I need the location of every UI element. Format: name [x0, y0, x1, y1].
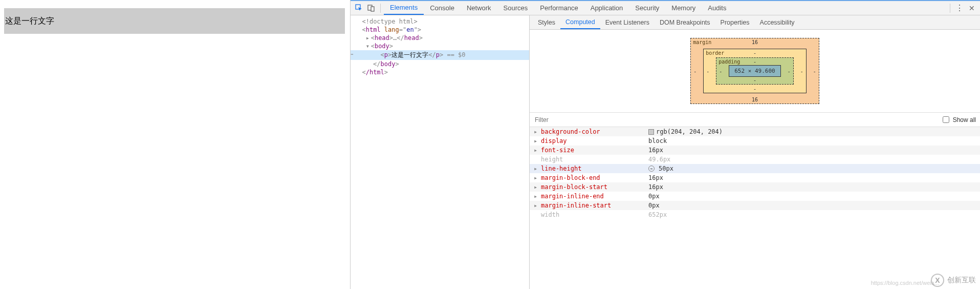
side-tab-event-listeners[interactable]: Event Listeners	[600, 15, 655, 29]
computed-prop-name: margin-inline-start	[541, 202, 648, 209]
computed-prop-value: 16px	[648, 147, 663, 154]
goto-source-icon[interactable]: →	[648, 166, 655, 172]
url-watermark: https://blog.csdn.net/weia...	[871, 280, 939, 286]
dom-body-open[interactable]: ▾<body>	[351, 42, 529, 50]
devtools-tab-sources[interactable]: Sources	[497, 1, 534, 15]
computed-prop-name: line-height	[541, 165, 648, 172]
expand-triangle-icon[interactable]: ▸	[534, 165, 541, 172]
devtools-tab-network[interactable]: Network	[461, 1, 497, 15]
computed-prop-value: 0px	[648, 193, 660, 200]
expand-triangle-icon[interactable]: ▸	[534, 147, 541, 154]
box-margin-top: 16	[752, 39, 758, 45]
computed-prop-name: font-size	[541, 147, 648, 154]
computed-prop-name: width	[541, 211, 648, 218]
computed-prop-value: 652px	[648, 211, 667, 218]
elements-dom-tree[interactable]: <!doctype html> <html lang="en"> ▸<head>…	[351, 15, 530, 289]
computed-filter-row: Show all	[530, 112, 980, 127]
devtools-tab-application[interactable]: Application	[584, 1, 629, 15]
showall-label: Show all	[953, 116, 976, 123]
computed-row-margin-inline-start[interactable]: ▸margin-inline-start0px	[530, 201, 980, 210]
computed-prop-value: 0px	[648, 202, 660, 209]
expand-triangle-icon[interactable]: ▸	[534, 137, 541, 144]
dom-body-close[interactable]: </body>	[351, 60, 529, 68]
filter-input[interactable]	[534, 116, 613, 124]
devtools-toolbar: ElementsConsoleNetworkSourcesPerformance…	[351, 1, 980, 15]
close-icon[interactable]: ✕	[966, 2, 978, 14]
side-tab-dom-breakpoints[interactable]: DOM Breakpoints	[655, 15, 715, 29]
side-tab-accessibility[interactable]: Accessibility	[755, 15, 800, 29]
box-margin-label: margin	[693, 39, 711, 45]
devtools-tab-console[interactable]: Console	[424, 1, 461, 15]
computed-row-width[interactable]: width652px	[530, 210, 980, 219]
box-model-diagram: margin 16 16 - - border - - - - paddin	[530, 30, 980, 112]
computed-prop-name: background-color	[541, 128, 648, 135]
page-viewport: 这是一行文字	[0, 0, 351, 289]
devtools-panel: ElementsConsoleNetworkSourcesPerformance…	[351, 0, 980, 289]
dom-head[interactable]: ▸<head>…</head>	[351, 34, 529, 42]
expand-triangle-icon[interactable]: ▸	[534, 193, 541, 200]
computed-row-font-size[interactable]: ▸font-size16px	[530, 146, 980, 155]
computed-prop-value: block	[648, 137, 667, 144]
dom-html-close[interactable]: </html>	[351, 68, 529, 76]
box-padding-bottom: -	[753, 77, 756, 83]
computed-properties-list[interactable]: ▸background-colorrgb(204, 204, 204)▸disp…	[530, 127, 980, 289]
computed-prop-value: 16px	[648, 183, 663, 191]
brand-watermark: X 创新互联	[931, 274, 976, 287]
dom-html-open[interactable]: <html lang="en">	[351, 26, 529, 34]
box-border-label: border	[706, 50, 724, 56]
computed-row-background-color[interactable]: ▸background-colorrgb(204, 204, 204)	[530, 127, 980, 136]
side-tabs: StylesComputedEvent ListenersDOM Breakpo…	[530, 15, 980, 30]
box-padding-top: -	[753, 59, 756, 65]
box-border-left: -	[706, 68, 709, 74]
inspect-icon[interactable]	[353, 2, 365, 14]
side-tab-styles[interactable]: Styles	[533, 15, 560, 29]
expand-triangle-icon[interactable]: ▸	[534, 174, 541, 181]
devtools-tab-memory[interactable]: Memory	[665, 1, 702, 15]
showall-checkbox[interactable]	[943, 116, 949, 123]
dom-doctype[interactable]: <!doctype html>	[351, 17, 529, 26]
box-border-bottom: -	[753, 86, 756, 92]
expand-triangle-icon[interactable]: ▸	[534, 202, 541, 209]
box-border-top: -	[753, 50, 756, 56]
side-tab-properties[interactable]: Properties	[715, 15, 755, 29]
dom-p-selected[interactable]: ⋯ <p>这是一行文字</p> == $0	[351, 50, 529, 60]
computed-row-margin-block-start[interactable]: ▸margin-block-start16px	[530, 182, 980, 192]
side-tab-computed[interactable]: Computed	[560, 15, 600, 29]
box-content-size: 652 × 49.600	[729, 65, 780, 77]
computed-row-margin-block-end[interactable]: ▸margin-block-end16px	[530, 173, 980, 182]
box-margin-bottom: 16	[752, 97, 758, 102]
computed-row-margin-inline-end[interactable]: ▸margin-inline-end0px	[530, 192, 980, 201]
computed-prop-name: margin-block-start	[541, 183, 648, 191]
computed-prop-name: height	[541, 156, 648, 163]
devtools-tabs: ElementsConsoleNetworkSourcesPerformance…	[384, 1, 732, 15]
more-icon[interactable]: ⋮	[953, 2, 966, 14]
expand-triangle-icon[interactable]: ▸	[534, 183, 541, 191]
toolbar-separator	[380, 4, 381, 13]
svg-rect-2	[371, 7, 374, 11]
showall-toggle[interactable]: Show all	[941, 115, 976, 125]
computed-prop-value: 16px	[648, 174, 663, 181]
color-swatch-icon[interactable]	[648, 129, 654, 135]
computed-row-display[interactable]: ▸displayblock	[530, 136, 980, 146]
brand-name: 创新互联	[947, 276, 976, 285]
devtools-tab-performance[interactable]: Performance	[534, 1, 584, 15]
computed-prop-value: rgb(204, 204, 204)	[648, 128, 723, 135]
devtools-tab-security[interactable]: Security	[629, 1, 665, 15]
devtools-tab-elements[interactable]: Elements	[384, 1, 424, 15]
box-border-right: -	[800, 68, 803, 74]
computed-prop-value: 49.6px	[648, 156, 670, 163]
computed-prop-name: display	[541, 137, 648, 144]
computed-row-line-height[interactable]: ▸line-height→50px	[530, 164, 980, 173]
computed-prop-value: →50px	[648, 165, 673, 172]
box-margin-right: -	[813, 68, 816, 74]
expand-triangle-icon[interactable]: ▸	[534, 128, 541, 135]
toolbar-separator	[950, 4, 950, 13]
device-toggle-icon[interactable]	[365, 2, 377, 14]
box-padding-left: -	[719, 68, 722, 74]
devtools-tab-audits[interactable]: Audits	[702, 1, 732, 15]
computed-prop-name: margin-block-end	[541, 174, 648, 181]
computed-prop-name: margin-inline-end	[541, 193, 648, 200]
page-paragraph: 这是一行文字	[4, 8, 345, 34]
box-padding-right: -	[788, 68, 791, 74]
computed-row-height[interactable]: height49.6px	[530, 155, 980, 164]
